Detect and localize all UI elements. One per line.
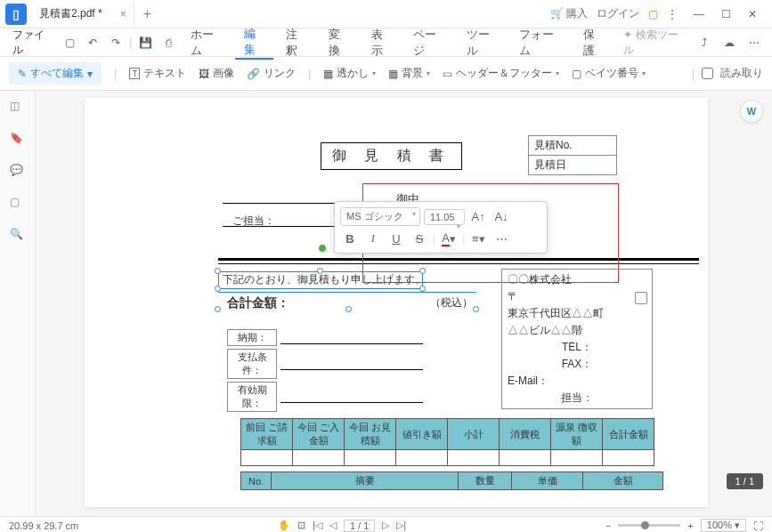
- zoom-value[interactable]: 100% ▾: [701, 519, 746, 532]
- word-export-icon[interactable]: W: [740, 100, 763, 123]
- selection-handle[interactable]: [473, 306, 479, 312]
- redo-icon[interactable]: ↷: [106, 32, 126, 53]
- notice-icon[interactable]: ▢: [648, 8, 658, 20]
- menu-edit[interactable]: 編集: [235, 26, 274, 60]
- fullscreen-icon[interactable]: ⛶: [753, 520, 763, 531]
- bates-button[interactable]: ▢ ベイツ番号▾: [572, 66, 646, 81]
- minimize-button[interactable]: —: [687, 4, 711, 25]
- first-page-icon[interactable]: |◁: [313, 520, 322, 531]
- header-footer-button[interactable]: ▭ ヘッダー＆フッター▾: [443, 66, 559, 81]
- gokei-label[interactable]: 合計金額：: [227, 295, 289, 311]
- menu-convert[interactable]: 変換: [320, 27, 359, 59]
- next-page-icon[interactable]: ▷: [382, 520, 389, 531]
- summary-table[interactable]: 前回 ご請求額今回 ご入金額 今回 お見積額値引き額 小計消費税 源泉 徴収額合…: [240, 418, 654, 466]
- page-size: 20.99 x 29.7 cm: [9, 520, 78, 531]
- edit-toolbar: ✎ すべて編集 ▾ | 🅃 テキスト 🖼 画像 🔗 リンク | ▦ 透かし▾ ▦…: [0, 57, 772, 91]
- search-tool[interactable]: ✦ 検索ツール: [616, 28, 690, 58]
- seal-placeholder[interactable]: [635, 292, 647, 304]
- bold-button[interactable]: B: [340, 230, 360, 247]
- bookmark-icon[interactable]: 🔖: [10, 132, 26, 148]
- help-icon[interactable]: ⋯: [744, 32, 765, 53]
- terms-box[interactable]: 納期： 支払条件： 有効期限：: [227, 329, 423, 415]
- document-canvas[interactable]: 御 見 積 書 見積No. 見積日 御中 ご担当： 下記のとおり、御見積もり申し…: [36, 91, 772, 516]
- zeikomi-label[interactable]: （税込）: [430, 295, 473, 310]
- doc-title[interactable]: 御 見 積 書: [321, 142, 462, 170]
- open-icon[interactable]: ▢: [61, 32, 80, 53]
- prev-page-icon[interactable]: ◁: [329, 520, 337, 531]
- maximize-button[interactable]: ☐: [713, 4, 738, 25]
- last-page-icon[interactable]: ▷|: [396, 520, 406, 531]
- fontsize-select[interactable]: 11.05: [424, 209, 465, 225]
- save-icon[interactable]: 💾: [135, 32, 155, 53]
- menu-protect[interactable]: 保護: [574, 27, 614, 59]
- more-format-button[interactable]: ⋯: [492, 230, 511, 247]
- pdf-page: 御 見 積 書 見積No. 見積日 御中 ご担当： 下記のとおり、御見積もり申し…: [85, 98, 708, 507]
- close-icon[interactable]: ×: [120, 8, 126, 20]
- left-sidebar: ◫ 🔖 💬 ▢ 🔍: [0, 91, 36, 516]
- file-menu[interactable]: ファイル: [7, 28, 57, 58]
- titlebar: ▯ 見積書2.pdf * × + 🛒 購入 ログイン ▢ ⋮ — ☐ ✕: [0, 0, 772, 28]
- search-panel-icon[interactable]: 🔍: [10, 228, 26, 244]
- attachment-icon[interactable]: ▢: [10, 196, 26, 212]
- main-area: ◫ 🔖 💬 ▢ 🔍 御 見 積 書 見積No. 見積日 御中 ご担当：: [0, 91, 772, 516]
- selection-handle[interactable]: [215, 268, 221, 274]
- detail-table[interactable]: No. 摘要 数量 単価 金額: [240, 472, 663, 490]
- undo-icon[interactable]: ↶: [84, 32, 103, 53]
- cloud-icon[interactable]: ☁: [719, 32, 740, 53]
- underline-button[interactable]: U: [386, 230, 406, 247]
- statusbar: 20.99 x 29.7 cm ✋ ⊡ |◁ ◁ 1 / 1 ▷ ▷| − + …: [0, 516, 772, 532]
- buy-link[interactable]: 🛒 購入: [550, 6, 588, 21]
- menu-page[interactable]: ページ: [404, 27, 454, 59]
- menu-form[interactable]: フォーム: [510, 27, 570, 59]
- print-icon[interactable]: ⎙: [158, 32, 178, 53]
- menu-home[interactable]: ホーム: [182, 27, 232, 59]
- selection-handle[interactable]: [215, 306, 221, 312]
- background-button[interactable]: ▦ 背景▾: [388, 66, 430, 81]
- login-link[interactable]: ログイン: [597, 6, 639, 21]
- watermark-button[interactable]: ▦ 透かし▾: [323, 66, 376, 81]
- menu-tool[interactable]: ツール: [458, 27, 508, 59]
- align-button[interactable]: ≡▾: [468, 230, 488, 247]
- page-input[interactable]: 1 / 1: [344, 520, 375, 532]
- fontsize-up-icon[interactable]: A↑: [468, 208, 488, 226]
- readonly-label: 読み取り: [720, 66, 763, 81]
- fontsize-down-icon[interactable]: A↓: [492, 208, 511, 226]
- fit-icon[interactable]: ⊡: [297, 520, 305, 531]
- rotation-handle[interactable]: [319, 245, 326, 252]
- close-button[interactable]: ✕: [740, 4, 765, 25]
- italic-button[interactable]: I: [363, 230, 383, 247]
- readonly-checkbox[interactable]: [702, 68, 713, 79]
- tab-label: 見積書2.pdf *: [39, 6, 102, 21]
- share-icon[interactable]: ⤴: [694, 32, 715, 53]
- link-button[interactable]: 🔗 リンク: [247, 66, 296, 81]
- fontcolor-button[interactable]: A▾: [439, 230, 459, 247]
- hand-tool-icon[interactable]: ✋: [278, 520, 290, 531]
- thumbnail-icon[interactable]: ◫: [10, 100, 26, 116]
- strike-button[interactable]: S: [410, 230, 429, 247]
- menubar: ファイル ▢ ↶ ↷ | 💾 ⎙ ホーム 編集 注釈 変換 表示 ページ ツール…: [0, 28, 772, 57]
- edit-all-button[interactable]: ✎ すべて編集 ▾: [9, 62, 102, 85]
- text-button[interactable]: 🅃 テキスト: [129, 66, 186, 81]
- estimate-box[interactable]: 見積No. 見積日: [528, 135, 617, 175]
- app-icon: ▯: [5, 4, 27, 25]
- menu-comment[interactable]: 注釈: [277, 27, 316, 59]
- image-button[interactable]: 🖼 画像: [199, 66, 234, 81]
- selection-handle[interactable]: [215, 286, 221, 292]
- zoom-out-icon[interactable]: −: [605, 520, 611, 531]
- zoom-slider[interactable]: [618, 524, 680, 527]
- selection-handle[interactable]: [345, 306, 352, 312]
- menu-view[interactable]: 表示: [362, 27, 402, 59]
- new-tab-button[interactable]: +: [134, 6, 160, 22]
- page-indicator: 1 / 1: [727, 473, 763, 489]
- text-format-toolbar: MS ゴシック 11.05 A↑ A↓ B I U S | A▾ | ≡▾ ⋯: [334, 201, 548, 254]
- more-icon[interactable]: ⋮: [667, 8, 678, 20]
- comment-panel-icon[interactable]: 💬: [10, 164, 26, 180]
- font-select[interactable]: MS ゴシック: [340, 207, 420, 226]
- zoom-in-icon[interactable]: +: [687, 520, 693, 531]
- company-box[interactable]: 〇〇株式会社 〒 東京千代田区△△町 △△ビル△△階 TEL： FAX： E-M…: [501, 269, 653, 409]
- tab[interactable]: 見積書2.pdf * ×: [32, 2, 134, 27]
